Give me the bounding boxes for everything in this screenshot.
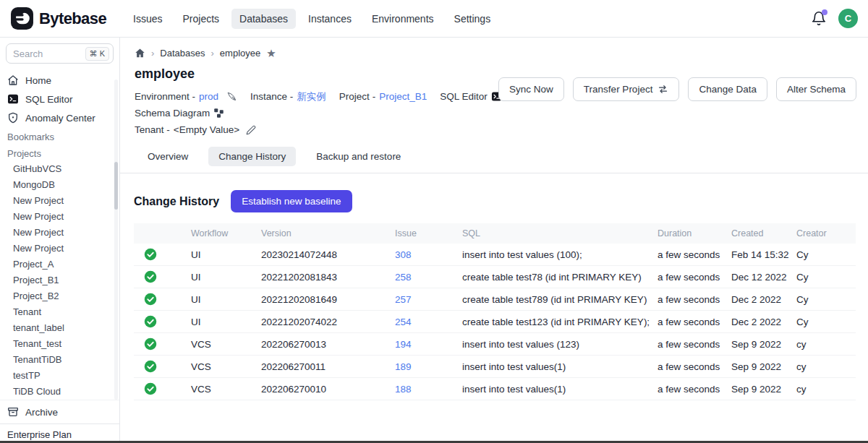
created-cell: Sep 9 2022: [727, 378, 792, 400]
top-nav-item[interactable]: Environments: [364, 9, 442, 29]
user-avatar[interactable]: C: [838, 9, 858, 28]
tab[interactable]: Change History: [208, 147, 296, 166]
status-cell: [134, 378, 187, 400]
sidebar-section-bookmarks[interactable]: Bookmarks: [0, 127, 119, 144]
change-data-button[interactable]: Change Data: [688, 77, 767, 101]
created-cell: Dec 12 2022: [727, 266, 792, 288]
sql-cell: insert into test values(1): [458, 356, 653, 378]
table-row[interactable]: UI 20230214072448 308 insert into test v…: [134, 244, 856, 266]
table-row[interactable]: UI 20221202081649 257 create table test7…: [134, 288, 856, 311]
transfer-project-button[interactable]: Transfer Project: [573, 77, 680, 101]
section-title: Change History: [134, 195, 219, 208]
alter-schema-button[interactable]: Alter Schema: [776, 77, 856, 101]
top-nav: Issues Projects Databases Instances Envi…: [125, 9, 498, 29]
schema-diagram-icon: [213, 108, 224, 119]
sidebar-item-label: SQL Editor: [25, 94, 73, 105]
top-nav-item[interactable]: Projects: [175, 9, 228, 29]
schema-diagram-link[interactable]: Schema Diagram: [135, 105, 224, 121]
issue-cell: 254: [391, 311, 458, 333]
creator-cell: Cy: [792, 244, 856, 266]
table-row[interactable]: VCS 202206270010 188 insert into test va…: [134, 378, 856, 400]
created-cell: Dec 2 2022: [727, 311, 792, 333]
issue-link[interactable]: 194: [395, 339, 412, 350]
table-row[interactable]: UI 20221202081843 258 create table test7…: [134, 266, 856, 288]
duration-cell: a few seconds: [653, 288, 727, 311]
edit-pencil-icon[interactable]: [246, 125, 256, 135]
sidebar-item-anomaly-center[interactable]: Anomaly Center: [0, 108, 119, 127]
table-row[interactable]: VCS 202206270011 189 insert into test va…: [134, 356, 856, 378]
home-breadcrumb-icon[interactable]: [135, 48, 145, 59]
establish-baseline-button[interactable]: Establish new baseline: [231, 190, 352, 212]
sidebar-project-item[interactable]: GitHubVCS: [0, 160, 119, 176]
environment-link[interactable]: prod: [199, 88, 218, 105]
table-row[interactable]: UI 20221202074022 254 create table test1…: [134, 311, 856, 333]
notification-bell-icon[interactable]: [811, 11, 827, 27]
sidebar-project-item[interactable]: New Project: [0, 208, 119, 224]
table-row[interactable]: VCS 202206270013 194 insert into test va…: [134, 333, 856, 356]
sidebar-project-item[interactable]: Project_B2: [0, 288, 119, 304]
sidebar-scrollbar-thumb[interactable]: [114, 162, 118, 210]
meta-project: Project - Project_B1: [339, 88, 427, 105]
sidebar-project-item[interactable]: TiDB Cloud: [0, 383, 119, 399]
sidebar-project-item[interactable]: Project_B1: [0, 272, 119, 288]
workflow-cell: UI: [187, 311, 257, 333]
top-nav-item[interactable]: Issues: [125, 9, 170, 29]
meta-instance: Instance - 新实例: [250, 88, 326, 105]
tab-bar: Overview Change History Backup and resto…: [120, 147, 868, 173]
sidebar-item-sql-editor[interactable]: SQL Editor: [0, 90, 119, 108]
top-bar: Bytebase Issues Projects Databases Insta…: [0, 0, 868, 38]
created-cell: Sep 9 2022: [727, 356, 792, 378]
sidebar-project-item[interactable]: New Project: [0, 192, 119, 208]
success-check-icon: [144, 293, 157, 306]
issue-link[interactable]: 189: [395, 361, 412, 372]
sidebar-project-item[interactable]: MongoDB: [0, 176, 119, 192]
sidebar-item-archive[interactable]: Archive: [0, 400, 119, 423]
issue-link[interactable]: 308: [395, 249, 412, 260]
issue-cell: 308: [391, 244, 458, 266]
sidebar-project-item[interactable]: testTP: [0, 367, 119, 383]
protection-pen-icon: [226, 91, 237, 102]
sql-cell: insert into test values (100);: [458, 244, 653, 266]
created-cell: Feb 14 15:32: [727, 244, 792, 266]
tab[interactable]: Backup and restore: [306, 147, 411, 166]
breadcrumb: › Databases › employee ★: [135, 48, 856, 59]
sidebar-project-item[interactable]: Tenant_test: [0, 335, 119, 351]
sidebar-project-item[interactable]: Project_A: [0, 256, 119, 272]
top-nav-item[interactable]: Instances: [300, 9, 359, 29]
sidebar-project-item[interactable]: New Project: [0, 240, 119, 256]
success-check-icon: [144, 248, 157, 261]
issue-cell: 194: [391, 333, 458, 356]
issue-link[interactable]: 257: [395, 294, 412, 305]
breadcrumb-employee[interactable]: employee: [220, 48, 260, 59]
success-check-icon: [144, 360, 157, 373]
issue-link[interactable]: 188: [395, 384, 412, 395]
app-window: Bytebase Issues Projects Databases Insta…: [0, 0, 868, 443]
sync-now-button[interactable]: Sync Now: [498, 77, 564, 101]
sidebar-project-item[interactable]: Tenant: [0, 304, 119, 319]
sidebar-project-item[interactable]: TenantTiDB: [0, 351, 119, 367]
sidebar-project-item[interactable]: tenant_label: [0, 319, 119, 335]
archive-icon: [7, 406, 19, 418]
sidebar-project-item[interactable]: New Project: [0, 224, 119, 240]
meta-environment: Environment - prod: [135, 88, 237, 105]
top-nav-item[interactable]: Databases: [231, 9, 296, 29]
top-nav-item[interactable]: Settings: [446, 9, 499, 29]
change-history-section-head: Change History Establish new baseline: [134, 190, 856, 212]
sql-editor-link[interactable]: SQL Editor: [440, 88, 502, 105]
tab[interactable]: Overview: [137, 147, 198, 166]
sidebar-item-home[interactable]: Home: [0, 71, 119, 90]
breadcrumb-databases[interactable]: Databases: [160, 48, 205, 59]
favorite-star-icon[interactable]: ★: [266, 48, 276, 59]
sidebar-section-projects[interactable]: Projects: [0, 144, 119, 160]
meta-tenant: Tenant - <Empty Value>: [135, 121, 256, 138]
issue-link[interactable]: 254: [395, 317, 412, 327]
subscription-plan-label[interactable]: Enterprise Plan: [0, 423, 119, 443]
sql-cell: create table test123 (id int PRIMARY KEY…: [458, 311, 653, 333]
search-input[interactable]: Search ⌘ K: [6, 43, 114, 64]
sidebar-item-label: Home: [25, 75, 51, 86]
bytebase-logo[interactable]: Bytebase: [10, 7, 106, 30]
success-check-icon: [144, 382, 157, 395]
instance-link[interactable]: 新实例: [297, 88, 326, 105]
issue-link[interactable]: 258: [395, 272, 412, 283]
project-link[interactable]: Project_B1: [379, 88, 427, 105]
